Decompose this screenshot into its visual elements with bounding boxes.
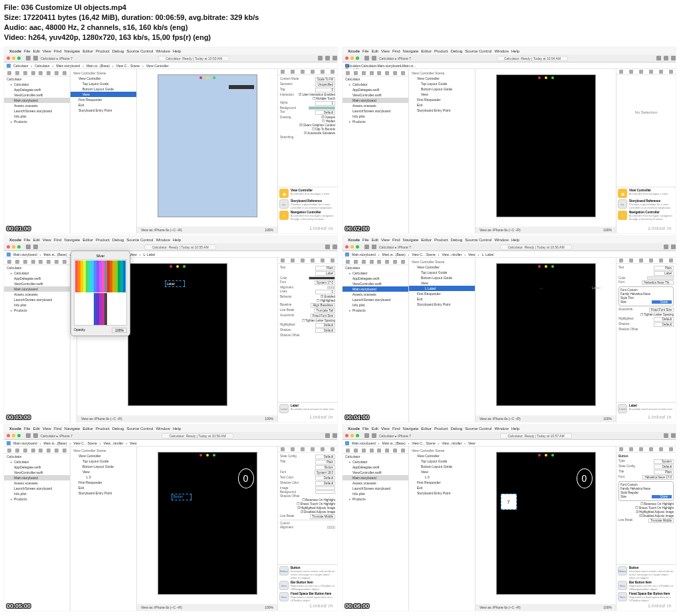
scene-min-icon[interactable]	[176, 265, 179, 268]
state-select[interactable]: Default	[315, 455, 335, 459]
nav-item[interactable]: Info.plist	[4, 491, 70, 496]
inspector-tab-icon[interactable]	[331, 70, 335, 74]
scene-close-icon[interactable]	[538, 265, 541, 268]
outline-item[interactable]: View	[70, 469, 136, 474]
nav-item[interactable]: AppDelegate.swift	[342, 276, 408, 281]
nav-item[interactable]: Info.plist	[342, 114, 408, 119]
lib-item[interactable]: ButtonButtonIntercepts touch events and …	[618, 566, 674, 579]
tint-select[interactable]: Default	[315, 110, 335, 115]
nav-tab-icon[interactable]	[63, 260, 67, 264]
alignment-control[interactable]: ▯▯▯▯	[327, 526, 335, 529]
nav-tab-icon[interactable]	[39, 449, 43, 453]
font-custom-select[interactable]: Font Custom	[620, 288, 672, 292]
nav-tab-icon[interactable]	[377, 260, 381, 264]
lib-item[interactable]: ItemFixed Space Bar Button ItemRepresent…	[279, 592, 336, 602]
inspector-tab-icon[interactable]	[301, 258, 305, 262]
uie-checkbox[interactable]: ☑ User Interaction Enabled	[299, 93, 335, 96]
nav-item[interactable]: LaunchScreen.storyboard	[342, 486, 408, 491]
panel-toggle-icon[interactable]	[325, 433, 330, 438]
nav-item[interactable]: Assets.xcassets	[342, 103, 408, 108]
run-button[interactable]	[364, 56, 369, 60]
hai-checkbox[interactable]: ☑ Highlighted Adjusts Image	[297, 506, 335, 510]
panel-toggle-icon[interactable]	[325, 56, 330, 60]
lib-item[interactable]: LabelLabelA variably sized amount of sta…	[618, 404, 674, 413]
asv-checkbox[interactable]: ☑ Autoresize Subviews	[304, 132, 335, 135]
storyboard-canvas[interactable]: Label ◦ ◦ ◦ View as: iPhone 6s (~C ~R)10…	[476, 258, 616, 422]
stop-button[interactable]	[372, 56, 376, 60]
stop-button[interactable]	[372, 433, 376, 438]
inspector-tab-icon[interactable]	[619, 70, 623, 74]
nav-tab-icon[interactable]	[401, 260, 405, 264]
nav-tab-icon[interactable]	[63, 449, 67, 453]
nav-item[interactable]: AppDelegate.swift	[4, 464, 70, 470]
pencil-palette[interactable]	[74, 259, 127, 326]
nav-item[interactable]: Assets.xcassets	[4, 480, 70, 486]
highlighted-checkbox[interactable]: ☐ Highlighted	[317, 299, 335, 302]
outline-item[interactable]: View	[409, 92, 475, 97]
bg-field[interactable]	[315, 490, 335, 494]
inspector-tab-icon[interactable]	[619, 258, 623, 262]
close-icon[interactable]	[345, 245, 348, 249]
lib-item[interactable]: ◉View ControllerA controller that manage…	[279, 189, 336, 198]
zoom-label[interactable]: 100%	[603, 417, 612, 421]
outline-item[interactable]: Bottom Layout Guide	[409, 275, 475, 280]
outline-item[interactable]: View	[409, 469, 475, 474]
font-field[interactable]: System 18.0	[315, 470, 335, 475]
panel-toggle-icon[interactable]	[333, 56, 337, 60]
scheme-selector[interactable]: Calculator ▸ iPhone 7	[379, 434, 411, 438]
view-as-label[interactable]: View as: iPhone 6s (~C ~R)	[479, 228, 521, 232]
nav-folder[interactable]: Calculator	[342, 270, 408, 276]
nav-tab-icon[interactable]	[370, 260, 374, 264]
nav-item[interactable]: Assets.xcassets	[342, 292, 408, 297]
inspector-tab-icon[interactable]	[619, 447, 623, 451]
nav-folder[interactable]: Products	[4, 119, 70, 124]
menu-product[interactable]: Product	[96, 49, 110, 53]
nav-tab-icon[interactable]	[31, 449, 35, 453]
outline-item[interactable]: Bottom Layout Guide	[409, 86, 475, 92]
app-name[interactable]: Xcode	[9, 238, 21, 242]
nav-tab-icon[interactable]	[55, 449, 59, 453]
roh-checkbox[interactable]: ☐ Reverses On Highlight	[640, 502, 674, 506]
nav-item-selected[interactable]: Main.storyboard	[4, 475, 70, 480]
panel-toggle-icon[interactable]	[664, 245, 668, 249]
zoom-icon[interactable]	[356, 434, 359, 437]
scheme-selector[interactable]: Calculator ▸ iPhone 7	[379, 245, 411, 249]
panel-toggle-icon[interactable]	[671, 245, 676, 249]
zoom-icon[interactable]	[356, 56, 359, 60]
lib-item[interactable]: ◉View ControllerA controller that manage…	[618, 189, 674, 198]
menu-editor[interactable]: Editor	[82, 49, 93, 53]
outline-item[interactable]: First Responder	[70, 97, 136, 102]
lib-item[interactable]: ButtonButtonIntercepts touch events and …	[279, 566, 336, 579]
done-button[interactable]: Done	[652, 495, 672, 498]
storyboard-canvas[interactable]: 0 7 View as: iPhone 6s (~C ~R)100%	[476, 447, 616, 611]
nav-project[interactable]: Calculator	[342, 454, 408, 459]
menu-window[interactable]: Window	[156, 49, 170, 53]
outline-scene[interactable]: View Controller Scene	[70, 448, 136, 453]
nav-tab-icon[interactable]	[377, 449, 381, 453]
nav-folder[interactable]: Calculator	[4, 82, 70, 87]
nav-project[interactable]: Calculator	[4, 76, 70, 82]
run-button[interactable]	[364, 245, 369, 249]
font-custom-select[interactable]: Font Custom	[620, 483, 672, 486]
outline-item[interactable]: L 0	[70, 474, 136, 480]
minimize-icon[interactable]	[12, 56, 15, 60]
scene-close-icon[interactable]	[538, 76, 541, 79]
scene-zoom-icon[interactable]	[551, 454, 554, 457]
scheme-selector[interactable]: Calculator ▸ iPhone 7	[41, 56, 72, 60]
lib-item[interactable]: ▭Storyboard ReferenceProvides a placehol…	[279, 199, 336, 209]
nav-tab-icon[interactable]	[7, 71, 11, 75]
nav-item[interactable]: ViewController.swift	[4, 470, 70, 475]
outline-item[interactable]: Storyboard Entry Point	[409, 108, 475, 113]
nav-tab-icon[interactable]	[362, 260, 366, 264]
nav-tab-icon[interactable]	[7, 260, 11, 264]
inspector-tab-icon[interactable]	[629, 70, 633, 74]
nav-tab-icon[interactable]	[393, 71, 397, 75]
dai-checkbox[interactable]: ☑ Disabled Adjusts Image	[639, 514, 674, 518]
outline-scene[interactable]: View Controller Scene	[409, 448, 475, 453]
view-controller-preview[interactable]: 0 7	[496, 452, 596, 595]
outline-item[interactable]: First Responder	[409, 480, 475, 485]
outline-item[interactable]: Exit	[409, 485, 475, 490]
panel-toggle-icon[interactable]	[671, 433, 676, 438]
inspector-tab-icon[interactable]	[669, 447, 673, 451]
scene-min-icon[interactable]	[545, 454, 547, 457]
